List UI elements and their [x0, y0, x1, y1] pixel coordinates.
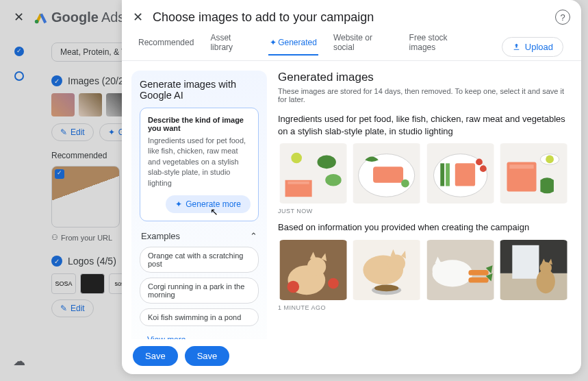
svg-point-10: [401, 180, 409, 188]
generated-image[interactable]: [278, 143, 348, 204]
sparkle-icon: ✦: [270, 38, 277, 47]
svg-point-25: [307, 257, 326, 275]
svg-point-16: [476, 159, 483, 166]
modal-footer: Save Save: [122, 339, 581, 374]
tab-stock[interactable]: Free stock images: [408, 33, 474, 60]
save-button[interactable]: Save: [185, 346, 230, 366]
generate-panel: Generate images with Google AI Describe …: [122, 61, 274, 339]
cursor-icon: ↖: [210, 206, 218, 217]
tabs: Recommended Asset library ✦Generated Web…: [122, 25, 581, 61]
modal-header: ✕ Choose images to add to your campaign …: [122, 0, 581, 25]
svg-rect-13: [455, 164, 474, 186]
svg-point-5: [325, 174, 341, 186]
upload-icon: [512, 42, 521, 51]
svg-rect-3: [287, 182, 309, 184]
generated-row-2: [278, 240, 569, 300]
results-subtitle: These images are stored for 14 days, the…: [278, 87, 569, 103]
svg-rect-14: [440, 164, 444, 186]
results-title: Generated images: [278, 71, 569, 84]
prompt-label: Describe the kind of image you want: [148, 116, 251, 132]
example-chip[interactable]: Corgi running in a park in the morning: [140, 278, 259, 304]
generate-more-button[interactable]: ✦ Generate more ↖: [166, 195, 251, 213]
svg-rect-15: [446, 164, 450, 186]
svg-point-17: [479, 166, 486, 173]
svg-point-4: [317, 156, 335, 169]
examples-header[interactable]: Examples ⌃: [141, 231, 257, 241]
timestamp: JUST NOW: [278, 208, 569, 214]
modal-title: Choose images to add to your campaign: [153, 10, 546, 25]
generated-image[interactable]: [498, 240, 569, 300]
svg-rect-20: [509, 165, 533, 169]
generated-image[interactable]: [351, 240, 422, 300]
upload-button[interactable]: Upload: [502, 37, 563, 57]
save-button[interactable]: Save: [133, 346, 178, 366]
svg-point-6: [291, 153, 302, 164]
generated-row-1: [278, 143, 569, 204]
svg-rect-36: [468, 270, 488, 275]
svg-point-26: [287, 280, 299, 293]
generated-image[interactable]: [351, 143, 422, 204]
generated-image[interactable]: [425, 143, 496, 204]
svg-rect-37: [468, 277, 488, 282]
view-more-button[interactable]: View more: [140, 331, 259, 339]
sparkle-icon: ✦: [175, 199, 182, 209]
svg-point-22: [546, 156, 554, 164]
example-chip[interactable]: Orange cat with a scratching post: [140, 247, 259, 273]
results-panel: Generated images These images are stored…: [274, 61, 581, 339]
close-icon[interactable]: ✕: [133, 10, 143, 25]
prompt-text[interactable]: Ingredients used for pet food, like fish…: [148, 136, 251, 188]
tab-generated[interactable]: ✦Generated: [268, 38, 318, 56]
generated-image[interactable]: [425, 240, 496, 300]
generate-title: Generate images with Google AI: [140, 79, 259, 101]
prompt-box[interactable]: Describe the kind of image you want Ingr…: [140, 108, 259, 221]
svg-rect-9: [373, 167, 403, 183]
help-icon[interactable]: ?: [555, 10, 570, 25]
svg-point-32: [374, 284, 398, 291]
tab-asset-library[interactable]: Asset library: [209, 33, 255, 60]
example-chip[interactable]: Koi fish swimming in a pond: [140, 308, 259, 326]
generated-image[interactable]: [278, 240, 348, 300]
image-picker-modal: ✕ Choose images to add to your campaign …: [122, 0, 581, 374]
timestamp: 1 MINUTE AGO: [278, 304, 569, 311]
generated-image[interactable]: [498, 143, 569, 204]
svg-point-30: [388, 254, 405, 271]
group-title: Ingredients used for pet food, like fish…: [278, 113, 569, 138]
svg-point-27: [328, 278, 339, 288]
tab-website[interactable]: Website or social: [332, 33, 394, 60]
svg-point-35: [432, 262, 448, 278]
svg-rect-40: [512, 245, 539, 278]
chevron-up-icon: ⌃: [250, 231, 257, 241]
tab-recommended[interactable]: Recommended: [137, 38, 195, 56]
group-title: Based on information you provided when c…: [278, 221, 569, 234]
